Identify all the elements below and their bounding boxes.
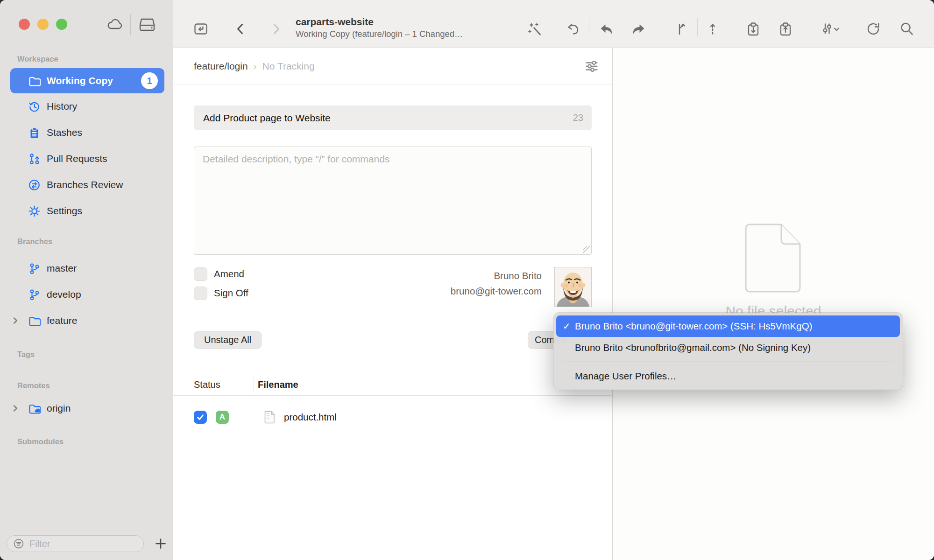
merge-branch-icon[interactable] — [674, 21, 690, 37]
sidebar-item-origin[interactable]: origin — [0, 395, 173, 421]
app-window: Workspace Working Copy 1 History Stashes — [0, 0, 934, 560]
toolbar-divider — [589, 18, 589, 36]
sidebar-item-develop[interactable]: develop — [0, 281, 173, 308]
breadcrumb: feature/login › No Tracking — [173, 48, 612, 84]
detail-panel: No file selected — [613, 48, 934, 560]
menu-item-label: Bruno Brito <brunofbrito@gmail.com> (No … — [575, 342, 811, 353]
sidebar-item-label: Working Copy — [47, 75, 113, 86]
folder-icon — [28, 315, 41, 327]
search-icon[interactable] — [899, 21, 915, 37]
sidebar-item-label: Pull Requests — [47, 153, 107, 164]
sidebar-footer — [0, 535, 173, 560]
file-checkbox[interactable] — [194, 411, 207, 424]
stash-apply-icon[interactable] — [778, 21, 793, 37]
file-row[interactable]: A product.html — [173, 403, 612, 431]
menu-divider — [562, 362, 894, 362]
push-arrow-icon[interactable] — [630, 21, 646, 37]
chevron-right-icon[interactable] — [11, 317, 19, 325]
changed-count-badge: 1 — [141, 72, 158, 89]
sidebar-item-history[interactable]: History — [0, 93, 173, 119]
sidebar-item-label: Settings — [47, 205, 82, 217]
sidebar-item-stashes[interactable]: Stashes — [0, 119, 173, 146]
repo-subtitle: Working Copy (feature/login – 1 Changed… — [296, 28, 510, 40]
commit-actions: Unstage All Commit — [194, 331, 592, 349]
files-table-header: Status Filename — [173, 374, 612, 396]
amend-checkbox[interactable] — [194, 267, 207, 281]
workflow-icon[interactable] — [819, 21, 841, 37]
menu-item-label: Bruno Brito <bruno@git-tower.com> (SSH: … — [575, 321, 812, 332]
add-repository-button[interactable] — [154, 537, 167, 550]
commit-form: 23 Amend Sign Off Bruno Brito bruno@git-… — [173, 84, 612, 349]
author-name: Bruno Brito — [451, 268, 542, 283]
toolbar-divider — [768, 18, 768, 36]
sidebar-item-working-copy[interactable]: Working Copy 1 — [10, 68, 164, 93]
filter-icon — [13, 538, 25, 550]
refresh-icon[interactable] — [865, 21, 881, 37]
user-profile-menu: ✓ Bruno Brito <bruno@git-tower.com> (SSH… — [553, 313, 903, 390]
commit-meta: Amend Sign Off Bruno Brito bruno@git-tow… — [194, 267, 592, 323]
signoff-checkbox[interactable] — [194, 287, 207, 300]
sidebar-item-master[interactable]: master — [0, 255, 173, 281]
sidebar-item-label: Branches Review — [47, 179, 123, 190]
unstage-all-button[interactable]: Unstage All — [194, 331, 262, 349]
commit-author[interactable]: Bruno Brito bruno@git-tower.com — [451, 268, 542, 299]
working-copy-panel: feature/login › No Tracking 23 Amend — [173, 48, 613, 560]
breadcrumb-tracking[interactable]: No Tracking — [262, 61, 315, 72]
sidebar-item-label: feature — [47, 315, 77, 326]
sidebar-item-settings[interactable]: Settings — [0, 198, 173, 224]
folder-icon — [28, 75, 41, 87]
forward-icon[interactable] — [268, 21, 284, 37]
folder-cloud-icon — [28, 402, 41, 415]
section-label-remotes: Remotes — [0, 379, 173, 392]
sidebar-item-label: origin — [47, 403, 71, 414]
cherry-pick-icon[interactable] — [705, 21, 721, 37]
file-name: product.html — [284, 412, 337, 423]
column-divider[interactable] — [254, 377, 254, 392]
filter-input[interactable] — [28, 538, 133, 550]
cloud-icon[interactable] — [106, 17, 123, 31]
commit-description-field[interactable] — [194, 147, 592, 255]
sidebar-item-pull-requests[interactable]: Pull Requests — [0, 146, 173, 172]
pull-request-icon — [28, 153, 41, 165]
sidebar-header — [0, 0, 173, 48]
column-header-status[interactable]: Status — [173, 379, 220, 390]
open-repo-icon[interactable] — [193, 21, 209, 37]
section-label-submodules: Submodules — [0, 435, 173, 448]
menu-item-manage-profiles[interactable]: Manage User Profiles… — [553, 365, 903, 387]
zoom-window-button[interactable] — [56, 19, 67, 30]
signoff-label: Sign Off — [214, 287, 248, 299]
menu-item-profile-gmail[interactable]: Bruno Brito <brunofbrito@gmail.com> (No … — [553, 337, 903, 358]
menu-item-profile-git-tower[interactable]: ✓ Bruno Brito <bruno@git-tower.com> (SSH… — [556, 315, 900, 337]
toolbar: carparts-website Working Copy (feature/l… — [173, 0, 934, 48]
sidebar-item-label: Stashes — [47, 127, 82, 138]
back-icon[interactable] — [233, 21, 248, 37]
branch-icon — [28, 262, 41, 275]
author-email: bruno@git-tower.com — [451, 283, 542, 299]
sidebar-item-label: master — [47, 263, 77, 274]
commit-summary-field[interactable]: 23 — [194, 105, 592, 130]
commit-description-input[interactable] — [194, 147, 591, 254]
sidebar: Workspace Working Copy 1 History Stashes — [0, 0, 173, 560]
column-header-filename[interactable]: Filename — [258, 379, 298, 390]
history-clock-icon — [28, 100, 41, 113]
sidebar-item-branches-review[interactable]: Branches Review — [0, 172, 173, 198]
commit-summary-input[interactable] — [202, 112, 573, 124]
staged-files: Status Filename A product.html — [173, 374, 612, 431]
breadcrumb-branch[interactable]: feature/login — [194, 61, 248, 72]
menu-item-label: Manage User Profiles… — [575, 371, 677, 382]
author-avatar[interactable] — [554, 267, 592, 307]
close-window-button[interactable] — [19, 19, 30, 30]
pull-arrow-icon[interactable] — [599, 21, 615, 37]
sidebar-item-feature[interactable]: feature — [0, 308, 173, 334]
stash-save-icon[interactable] — [745, 21, 761, 37]
wand-icon[interactable] — [527, 21, 543, 37]
minimize-window-button[interactable] — [37, 19, 49, 30]
drive-icon[interactable] — [139, 17, 156, 32]
resize-grip-icon[interactable] — [583, 246, 590, 253]
view-options-icon[interactable] — [585, 59, 599, 73]
document-icon — [264, 410, 276, 424]
undo-icon[interactable] — [565, 21, 581, 37]
sidebar-item-label: develop — [47, 289, 81, 300]
chevron-right-icon[interactable] — [11, 405, 19, 413]
sidebar-filter-field[interactable] — [7, 535, 144, 552]
